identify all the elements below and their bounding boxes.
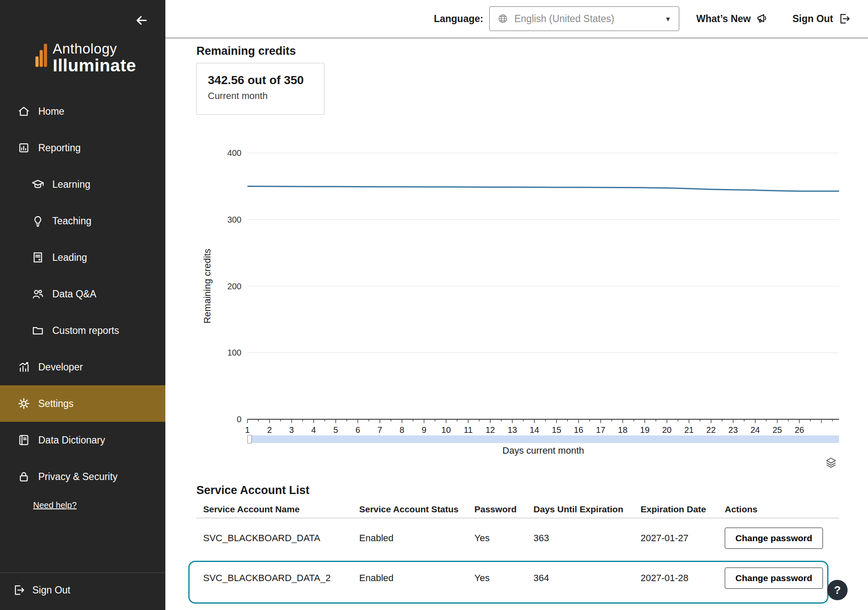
column-header-password: Password xyxy=(468,503,527,518)
sidebar-sign-out[interactable]: Sign Out xyxy=(13,584,71,596)
change-password-button[interactable]: Change password xyxy=(725,528,823,549)
service-account-name: SVC_BLACKBOARD_DATA xyxy=(196,518,352,558)
sidebar-item-data-dictionary[interactable]: Data Dictionary xyxy=(0,422,165,458)
svg-text:6: 6 xyxy=(355,425,360,435)
whats-new-link[interactable]: What’s New xyxy=(696,12,769,25)
brand-line1: Anthology xyxy=(53,42,136,56)
svg-text:18: 18 xyxy=(618,425,627,435)
svg-text:2: 2 xyxy=(267,425,272,435)
chart-range-slider[interactable] xyxy=(247,435,839,443)
chart-context-menu-icon[interactable] xyxy=(825,457,837,469)
chart-x-axis-label: Days current month xyxy=(247,445,839,456)
sidebar-item-label: Learning xyxy=(52,179,91,190)
sidebar-divider xyxy=(0,573,165,573)
column-header-name: Service Account Name xyxy=(196,503,352,518)
expiration-date: 2027-01-27 xyxy=(634,518,718,558)
sidebar-item-teaching[interactable]: Teaching xyxy=(0,203,165,239)
service-account-name: SVC_BLACKBOARD_DATA_2 xyxy=(196,558,352,598)
sidebar-item-developer[interactable]: Developer xyxy=(0,349,165,385)
svg-text:7: 7 xyxy=(377,425,382,435)
svg-text:26: 26 xyxy=(794,425,804,435)
service-account-password: Yes xyxy=(468,558,527,598)
graduation-cap-icon xyxy=(31,177,45,192)
sidebar-item-label: Developer xyxy=(38,361,83,373)
svg-text:19: 19 xyxy=(640,425,650,435)
svg-text:16: 16 xyxy=(574,425,583,435)
home-icon xyxy=(17,104,31,119)
svg-text:3: 3 xyxy=(289,425,294,435)
book-icon xyxy=(17,433,31,447)
svg-text:400: 400 xyxy=(227,148,241,158)
svg-text:300: 300 xyxy=(227,215,241,224)
brand-logo: Anthology Illuminate xyxy=(35,42,136,75)
svg-text:15: 15 xyxy=(552,425,561,435)
language-select-value: English (United States) xyxy=(514,13,659,25)
sidebar-item-leading[interactable]: Leading xyxy=(0,239,165,276)
sidebar-sign-out-label: Sign Out xyxy=(32,585,71,596)
gear-icon xyxy=(17,396,31,411)
sidebar-item-home[interactable]: Home xyxy=(0,93,165,130)
svg-text:22: 22 xyxy=(706,425,716,435)
sidebar-item-settings[interactable]: Settings xyxy=(0,385,165,422)
credits-value: 342.56 out of 350 xyxy=(208,73,313,87)
language-label: Language: xyxy=(434,13,483,25)
brand-line2: Illuminate xyxy=(53,56,136,75)
sidebar-item-reporting[interactable]: Reporting xyxy=(0,130,165,166)
language-select[interactable]: English (United States) ▼ xyxy=(489,6,679,31)
remaining-credits-heading: Remaining credits xyxy=(196,45,296,58)
svg-text:14: 14 xyxy=(530,425,539,435)
sidebar-nav: Home Reporting Learning Teaching Leading… xyxy=(0,93,165,495)
lock-icon xyxy=(17,469,31,484)
sidebar-item-label: Home xyxy=(38,106,64,117)
change-password-button[interactable]: Change password xyxy=(725,568,823,589)
collapse-sidebar-button[interactable] xyxy=(133,12,150,29)
sidebar-item-label: Settings xyxy=(38,398,74,409)
svg-text:10: 10 xyxy=(441,425,451,435)
whats-new-label: What’s New xyxy=(696,13,751,25)
sidebar-item-label: Data Dictionary xyxy=(38,435,105,446)
svg-text:200: 200 xyxy=(227,282,241,291)
svg-text:20: 20 xyxy=(662,425,672,435)
anthology-logo-bars-icon xyxy=(35,42,48,68)
svg-text:100: 100 xyxy=(227,348,241,357)
credits-period: Current month xyxy=(208,90,313,102)
service-account-status: Enabled xyxy=(352,558,468,598)
sign-out-icon xyxy=(838,12,851,25)
help-button[interactable]: ? xyxy=(827,580,848,600)
svg-text:1: 1 xyxy=(245,425,250,435)
sidebar: Anthology Illuminate Home Reporting Lear… xyxy=(0,0,165,610)
megaphone-icon xyxy=(756,12,769,25)
service-account-password: Yes xyxy=(468,518,527,558)
svg-text:24: 24 xyxy=(751,425,760,435)
sidebar-item-privacy-security[interactable]: Privacy & Security xyxy=(0,458,165,495)
app-window: Anthology Illuminate Home Reporting Lear… xyxy=(0,0,868,610)
svg-text:13: 13 xyxy=(508,425,517,435)
table-row: SVC_BLACKBOARD_DATA Enabled Yes 363 2027… xyxy=(196,518,839,558)
bar-chart-arrow-icon xyxy=(17,360,31,374)
sidebar-item-label: Custom reports xyxy=(52,325,119,336)
sidebar-item-data-qa[interactable]: Data Q&A xyxy=(0,276,165,312)
chart-range-slider-handle[interactable] xyxy=(247,435,252,443)
table-row-highlighted: SVC_BLACKBOARD_DATA_2 Enabled Yes 364 20… xyxy=(196,558,839,598)
report-icon xyxy=(17,141,31,155)
expiration-date: 2027-01-28 xyxy=(634,558,718,598)
sign-out-label: Sign Out xyxy=(792,13,833,25)
days-until-expiration: 363 xyxy=(527,518,634,558)
need-help-link[interactable]: Need help? xyxy=(33,500,77,510)
chevron-down-icon: ▼ xyxy=(665,15,671,23)
sidebar-item-label: Reporting xyxy=(38,142,81,154)
service-account-status: Enabled xyxy=(352,518,468,558)
people-icon xyxy=(31,287,45,301)
sidebar-item-custom-reports[interactable]: Custom reports xyxy=(0,312,165,349)
sidebar-item-learning[interactable]: Learning xyxy=(0,166,165,203)
service-account-list-heading: Service Account List xyxy=(196,484,309,497)
svg-text:21: 21 xyxy=(684,425,694,435)
svg-text:12: 12 xyxy=(485,425,495,435)
svg-text:8: 8 xyxy=(400,425,404,435)
sidebar-item-label: Leading xyxy=(52,252,87,263)
sign-out-link[interactable]: Sign Out xyxy=(792,12,851,25)
globe-icon xyxy=(497,13,508,24)
sidebar-item-label: Data Q&A xyxy=(52,288,96,300)
svg-text:11: 11 xyxy=(464,425,473,435)
svg-text:Remaining credits: Remaining credits xyxy=(202,249,213,323)
